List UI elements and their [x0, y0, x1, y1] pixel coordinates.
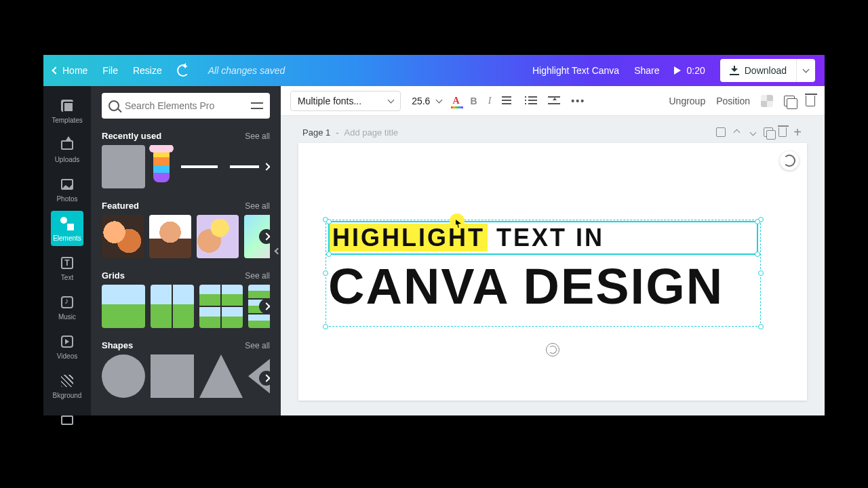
search-box[interactable]: [102, 93, 270, 119]
rail-photos[interactable]: Photos: [51, 171, 83, 207]
page-number: Page 1: [302, 127, 330, 138]
grids-row: [102, 285, 270, 328]
grid-thumb-1[interactable]: [102, 285, 145, 328]
reset-icon[interactable]: [780, 151, 799, 170]
home-button[interactable]: Home: [53, 65, 87, 76]
rail-music[interactable]: Music: [51, 289, 83, 325]
duplicate-icon[interactable]: [784, 96, 795, 106]
handle-icon[interactable]: [326, 219, 332, 224]
handle-icon[interactable]: [326, 251, 332, 257]
search-icon: [108, 100, 119, 111]
videos-icon: [61, 336, 73, 348]
font-dropdown[interactable]: Multiple fonts...: [290, 91, 401, 111]
undo-icon[interactable]: [177, 64, 189, 77]
file-menu[interactable]: File: [102, 65, 118, 76]
document-title[interactable]: Highlight Text Canva: [532, 65, 619, 76]
text-line-1-selected[interactable]: HIGHLIGHT TEXT IN: [328, 221, 758, 255]
text-line-2[interactable]: CANVA DESIGN: [328, 258, 758, 315]
resize-menu[interactable]: Resize: [133, 65, 162, 76]
text-group[interactable]: HIGHLIGHT TEXT IN CANVA DESIGN: [328, 221, 758, 315]
page-delete-icon[interactable]: [778, 127, 787, 137]
recent-thumb-square[interactable]: [102, 145, 145, 188]
chevron-left-icon: [52, 66, 59, 74]
text-icon: T: [61, 257, 73, 269]
spacing-button[interactable]: [548, 96, 560, 106]
font-size-dropdown[interactable]: 25.6: [412, 96, 441, 106]
editor: Multiple fonts... 25.6 A B I ••• Ungroup…: [281, 86, 825, 415]
grid-thumb-2[interactable]: [151, 285, 194, 328]
more-icon: [61, 415, 73, 425]
recent-scroll-right[interactable]: [259, 159, 270, 174]
section-shapes: ShapesSee all: [91, 336, 281, 410]
download-icon: [730, 66, 739, 75]
main-row: Templates Uploads Photos Elements TText …: [43, 86, 825, 415]
sidebar-collapse-handle[interactable]: [273, 230, 281, 271]
text-color-button[interactable]: A: [452, 96, 459, 106]
more-button[interactable]: •••: [571, 96, 585, 106]
bold-button[interactable]: B: [471, 96, 477, 106]
home-label: Home: [62, 65, 87, 76]
page-title-input[interactable]: Add page title: [344, 127, 399, 138]
search-input[interactable]: [125, 100, 245, 111]
download-button[interactable]: Download: [720, 59, 796, 82]
present-button[interactable]: 0:20: [674, 65, 705, 76]
recent-thumb-line[interactable]: [178, 145, 221, 188]
shapes-see-all[interactable]: See all: [245, 341, 270, 350]
canvas-page[interactable]: HIGHLIGHT TEXT IN CANVA DESIGN: [298, 143, 807, 401]
page-up-icon[interactable]: [731, 127, 742, 138]
download-group: Download: [720, 59, 815, 82]
list-button[interactable]: [525, 96, 537, 106]
shape-circle[interactable]: [102, 354, 145, 398]
chevron-down-icon: [803, 66, 810, 73]
page-notes-icon[interactable]: [716, 127, 726, 137]
featured-thumb-2[interactable]: [149, 215, 191, 258]
recent-title: Recently used: [102, 131, 161, 141]
share-button[interactable]: Share: [634, 65, 659, 76]
rail-elements[interactable]: Elements: [51, 211, 83, 246]
shape-square[interactable]: [151, 354, 194, 398]
handle-icon[interactable]: [323, 324, 328, 329]
page-down-icon[interactable]: [747, 127, 758, 138]
uploads-icon: [61, 140, 73, 150]
featured-scroll-right[interactable]: [259, 229, 270, 244]
recent-thumb-milkshake[interactable]: [151, 145, 172, 188]
chevron-down-icon: [388, 96, 395, 103]
handle-icon[interactable]: [755, 251, 760, 257]
handle-icon[interactable]: [758, 270, 764, 276]
shapes-scroll-right[interactable]: [259, 371, 270, 386]
music-icon: [61, 296, 73, 308]
handle-icon[interactable]: [755, 219, 760, 224]
background-icon: [61, 375, 73, 387]
delete-icon[interactable]: [806, 96, 815, 106]
handle-icon[interactable]: [323, 270, 328, 276]
download-caret[interactable]: [796, 59, 815, 82]
grid-thumb-3[interactable]: [199, 285, 243, 328]
italic-button[interactable]: I: [488, 96, 492, 106]
canvas-area[interactable]: Page 1 - Add page title +: [281, 116, 825, 415]
recent-see-all[interactable]: See all: [245, 131, 270, 141]
featured-thumb-1[interactable]: [102, 215, 144, 258]
transparency-icon[interactable]: [761, 95, 773, 107]
page-bar: Page 1 - Add page title +: [298, 127, 807, 138]
position-button[interactable]: Position: [716, 96, 750, 106]
grids-scroll-right[interactable]: [259, 299, 270, 314]
rail-more[interactable]: [51, 407, 83, 433]
rail-templates[interactable]: Templates: [51, 93, 83, 128]
page-add-icon[interactable]: +: [792, 127, 803, 138]
rotate-handle-icon[interactable]: [546, 343, 559, 357]
rail-videos[interactable]: Videos: [51, 329, 83, 364]
filter-icon[interactable]: [251, 101, 263, 110]
ungroup-button[interactable]: Ungroup: [669, 96, 705, 106]
featured-see-all[interactable]: See all: [245, 201, 270, 211]
featured-thumb-3[interactable]: [197, 215, 239, 258]
featured-row: [102, 215, 270, 258]
grids-title: Grids: [102, 270, 125, 281]
grids-see-all[interactable]: See all: [245, 271, 270, 281]
alignment-button[interactable]: [502, 96, 514, 106]
rail-text[interactable]: TText: [51, 250, 83, 285]
handle-icon[interactable]: [758, 324, 764, 329]
shape-triangle[interactable]: [199, 354, 243, 398]
page-duplicate-icon[interactable]: [764, 127, 773, 137]
rail-uploads[interactable]: Uploads: [51, 132, 83, 167]
rail-background[interactable]: Bkground: [51, 368, 83, 403]
